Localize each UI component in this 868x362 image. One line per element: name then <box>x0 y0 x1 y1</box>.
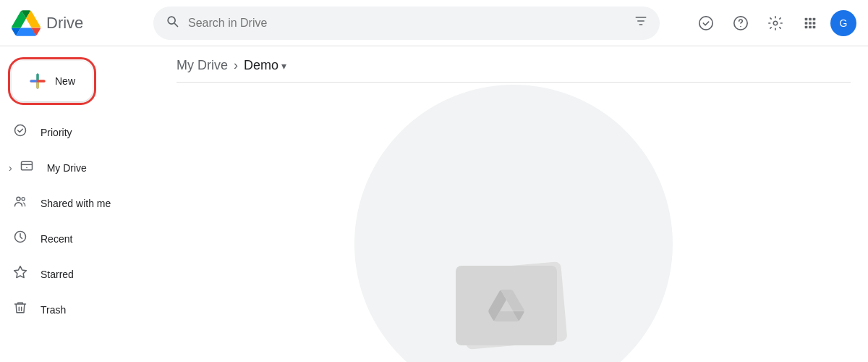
trash-icon <box>12 300 29 319</box>
svg-rect-10 <box>805 25 808 28</box>
sidebar-item-trash[interactable]: Trash <box>0 293 153 326</box>
search-icon <box>165 14 179 32</box>
sidebar-item-priority-label: Priority <box>41 127 72 138</box>
logo-area: Drive <box>12 9 142 38</box>
drive-folder-illustration <box>456 251 571 345</box>
svg-rect-5 <box>809 17 812 20</box>
svg-rect-11 <box>809 25 812 28</box>
priority-icon <box>12 123 29 141</box>
folder-stack <box>456 251 571 345</box>
svg-rect-8 <box>809 22 812 25</box>
breadcrumb: My Drive › Demo ▾ <box>176 46 851 83</box>
folder-front <box>456 266 557 345</box>
help-button[interactable] <box>726 9 755 38</box>
app-title: Drive <box>46 14 83 33</box>
settings-icon <box>767 15 783 31</box>
apps-button[interactable] <box>796 9 825 38</box>
sidebar-item-starred-label: Starred <box>41 269 74 280</box>
settings-button[interactable] <box>761 9 790 38</box>
sidebar-item-recent[interactable]: Recent <box>0 222 153 255</box>
sidebar-my-drive-row: › My Drive <box>0 151 159 184</box>
plus-icon <box>29 72 46 90</box>
main-layout: New Priority › <box>0 46 868 362</box>
svg-rect-4 <box>805 17 808 20</box>
drive-logo-small <box>488 290 524 321</box>
my-drive-icon <box>18 159 35 177</box>
sidebar-item-trash-label: Trash <box>41 304 66 316</box>
svg-rect-12 <box>813 25 816 28</box>
svg-point-21 <box>26 167 27 169</box>
avatar[interactable]: G <box>830 10 856 36</box>
sidebar-item-my-drive[interactable]: My Drive <box>15 151 153 184</box>
check-circle-button[interactable] <box>692 9 720 38</box>
sidebar: New Priority › <box>0 46 159 362</box>
breadcrumb-my-drive[interactable]: My Drive <box>176 58 228 73</box>
recent-icon <box>12 230 29 248</box>
sidebar-item-priority[interactable]: Priority <box>0 116 153 148</box>
content-area <box>176 83 851 362</box>
new-button-wrapper: New <box>0 55 159 113</box>
new-button[interactable]: New <box>12 61 93 101</box>
search-bar[interactable] <box>153 7 660 40</box>
breadcrumb-separator: › <box>234 58 238 73</box>
svg-point-3 <box>773 21 778 25</box>
search-filter-icon[interactable] <box>634 14 648 32</box>
sidebar-item-starred[interactable]: Starred <box>0 258 153 290</box>
svg-rect-20 <box>21 161 32 170</box>
breadcrumb-current[interactable]: Demo ▾ <box>244 58 286 73</box>
svg-rect-6 <box>813 17 816 20</box>
breadcrumb-dropdown-arrow[interactable]: ▾ <box>281 60 286 72</box>
svg-point-23 <box>22 198 25 201</box>
sidebar-item-my-drive-label: My Drive <box>47 162 87 174</box>
check-circle-icon <box>698 15 714 31</box>
empty-state-illustration <box>333 85 694 360</box>
svg-point-2 <box>741 26 741 27</box>
breadcrumb-current-label: Demo <box>244 58 278 73</box>
apps-icon <box>802 15 818 31</box>
sidebar-item-recent-label: Recent <box>41 233 72 245</box>
starred-icon <box>12 265 29 283</box>
sidebar-item-shared-label: Shared with me <box>41 198 111 209</box>
svg-rect-9 <box>813 22 816 25</box>
svg-rect-7 <box>805 22 808 25</box>
search-input[interactable] <box>188 17 625 30</box>
sidebar-item-shared[interactable]: Shared with me <box>0 187 153 219</box>
main-content: My Drive › Demo ▾ <box>159 46 868 362</box>
header-actions: G <box>692 9 856 38</box>
svg-point-22 <box>17 197 20 201</box>
svg-point-19 <box>15 125 26 136</box>
drive-logo-icon <box>12 9 41 38</box>
svg-point-0 <box>699 16 712 29</box>
my-drive-expand-arrow[interactable]: › <box>0 155 15 181</box>
shared-icon <box>12 194 29 212</box>
help-icon <box>733 15 749 31</box>
new-button-label: New <box>55 75 75 87</box>
app-header: Drive <box>0 0 868 46</box>
